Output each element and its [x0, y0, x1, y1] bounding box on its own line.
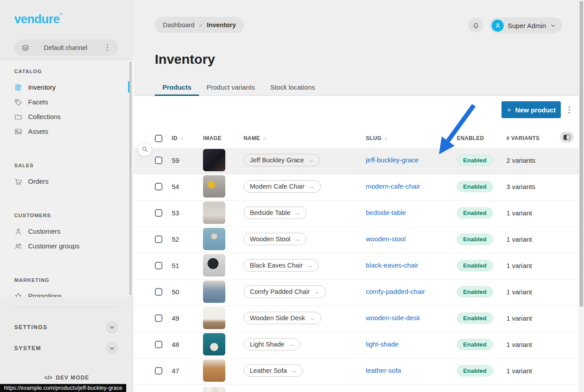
product-name-chip[interactable]: Jeff Buckley Grace→ [244, 154, 320, 166]
product-slug-link[interactable]: light-shade [366, 340, 398, 348]
product-id: 53 [172, 209, 203, 217]
sidebar-scrollbar[interactable] [129, 62, 132, 295]
new-product-button[interactable]: + New product [501, 101, 561, 118]
sidebar-item-promotions[interactable]: Promotions [14, 289, 133, 297]
product-slug-link[interactable]: bedside-table [366, 209, 406, 216]
nav-section-sales: SALESOrders [14, 163, 133, 189]
page-title: Inventory [155, 52, 215, 67]
breadcrumb[interactable]: Dashboard > Inventory [155, 17, 244, 33]
variant-count: 2 variants [506, 157, 579, 164]
sidebar-item-label: Orders [28, 177, 49, 185]
product-name-chip[interactable]: Wooden Side Desk→ [244, 312, 321, 324]
row-checkbox[interactable] [155, 183, 162, 190]
product-thumbnail[interactable] [203, 281, 225, 303]
variant-count: 3 variants [506, 183, 579, 190]
tab-product-variants[interactable]: Product variants [199, 82, 262, 96]
main-scrollbar-track[interactable] [579, 0, 584, 392]
product-slug-link[interactable]: jeff-buckley-grace [366, 156, 418, 164]
tab-products[interactable]: Products [155, 82, 199, 96]
product-name-chip[interactable]: Wooden Stool→ [244, 233, 306, 245]
product-thumbnail[interactable] [203, 254, 225, 276]
product-thumbnail[interactable] [203, 202, 225, 224]
product-thumbnail[interactable] [203, 307, 225, 329]
nav-section-label: CUSTOMERS [14, 213, 133, 218]
sidebar-item-label: Collections [28, 113, 61, 120]
channel-menu-kebab-icon[interactable]: ⋮ [102, 44, 113, 51]
table-row[interactable]: 50Comfy Padded Chair→comfy-padded-chairE… [134, 280, 579, 306]
product-slug-link[interactable]: comfy-padded-chair [366, 288, 425, 295]
product-id: 59 [172, 157, 203, 164]
table-row[interactable]: 53Bedside Table→bedside-tableEnabled1 va… [134, 201, 579, 227]
product-name-chip[interactable]: Comfy Padded Chair→ [244, 285, 326, 298]
sort-icon[interactable]: ↓↑ [263, 136, 265, 141]
row-checkbox[interactable] [155, 367, 162, 375]
column-header-name[interactable]: NAME↓↑ [244, 135, 366, 141]
row-checkbox[interactable] [155, 235, 162, 243]
channel-selector[interactable]: Default channel ⋮ [14, 39, 118, 56]
table-row-partial[interactable] [134, 385, 579, 392]
breadcrumb-current: Inventory [207, 21, 236, 29]
product-slug-link[interactable]: black-eaves-chair [366, 261, 418, 269]
row-checkbox[interactable] [155, 209, 162, 217]
column-settings-button[interactable] [560, 132, 574, 143]
table-row[interactable]: 51Black Eaves Chair→black-eaves-chairEna… [134, 253, 579, 280]
row-checkbox[interactable] [155, 157, 162, 164]
new-product-label: New product [515, 106, 556, 114]
product-name-chip[interactable]: Leather Sofa→ [244, 364, 303, 377]
main-scrollbar-thumb[interactable] [580, 1, 583, 307]
sidebar-item-customers[interactable]: Customers [14, 224, 133, 239]
product-thumbnail[interactable] [203, 149, 225, 171]
product-thumbnail[interactable] [203, 359, 225, 382]
row-checkbox[interactable] [155, 341, 162, 348]
row-checkbox[interactable] [155, 314, 162, 322]
product-name-chip[interactable]: Modern Cafe Chair→ [244, 180, 321, 193]
variant-count: 1 variant [506, 314, 579, 322]
nav-section-label: CATALOG [14, 69, 133, 74]
sort-icon[interactable]: ↓↑ [384, 136, 387, 141]
notifications-button[interactable] [468, 17, 483, 33]
column-header-slug[interactable]: SLUG↓↑ [366, 135, 457, 141]
product-name-chip[interactable]: Light Shade→ [244, 338, 300, 351]
row-checkbox[interactable] [155, 262, 162, 269]
table-row[interactable]: 52Wooden Stool→wooden-stoolEnabled1 vari… [134, 227, 579, 253]
sidebar-item-customer-groups[interactable]: Customer groups [14, 239, 133, 253]
search-button[interactable] [137, 142, 152, 157]
product-thumbnail[interactable] [203, 387, 225, 392]
status-badge: Enabled [457, 181, 493, 192]
table-row[interactable]: 59Jeff Buckley Grace→jeff-buckley-graceE… [134, 148, 579, 174]
chevron-down-icon[interactable] [106, 321, 118, 334]
column-header-id[interactable]: ID↓↑ [172, 135, 203, 141]
select-all-checkbox[interactable] [155, 135, 162, 142]
product-thumbnail[interactable] [203, 333, 225, 355]
user-menu[interactable]: Super Admin [489, 17, 562, 33]
sidebar-item-collections[interactable]: Collections [14, 109, 133, 124]
product-thumbnail[interactable] [203, 175, 225, 198]
arrow-right-icon: → [307, 157, 314, 164]
sidebar-item-facets[interactable]: Facets [14, 95, 133, 109]
product-name-chip[interactable]: Bedside Table→ [244, 206, 306, 219]
product-slug-link[interactable]: modern-cafe-chair [366, 182, 420, 190]
sidebar-group-settings[interactable]: SETTINGS [14, 321, 118, 334]
sidebar-item-inventory[interactable]: Inventory [14, 80, 133, 95]
table-row[interactable]: 48Light Shade→light-shadeEnabled1 varian… [134, 332, 579, 359]
product-thumbnail[interactable] [203, 228, 225, 250]
user-icon [14, 227, 22, 235]
table-row[interactable]: 49Wooden Side Desk→wooden-side-deskEnabl… [134, 306, 579, 332]
breadcrumb-dashboard[interactable]: Dashboard [163, 21, 195, 29]
chevron-down-icon[interactable] [106, 342, 118, 355]
product-slug-link[interactable]: leather-sofa [366, 367, 401, 374]
sidebar-item-orders[interactable]: Orders [14, 174, 133, 189]
sidebar-group-system[interactable]: SYSTEM [14, 342, 118, 355]
product-name-chip[interactable]: Black Eaves Chair→ [244, 259, 319, 272]
table-row[interactable]: 54Modern Cafe Chair→modern-cafe-chairEna… [134, 174, 579, 201]
dev-mode-toggle[interactable]: </> DEV MODE [0, 375, 133, 381]
sort-icon[interactable]: ↓↑ [180, 136, 183, 141]
tab-stock-locations[interactable]: Stock locations [262, 82, 323, 96]
product-slug-link[interactable]: wooden-stool [366, 235, 406, 243]
toolbar-kebab-icon[interactable]: ⋮ [565, 104, 574, 115]
product-slug-link[interactable]: wooden-side-desk [366, 314, 420, 322]
table-row[interactable]: 47Leather Sofa→leather-sofaEnabled1 vari… [134, 359, 579, 385]
tag-icon [14, 98, 22, 106]
sidebar-item-assets[interactable]: Assets [14, 124, 133, 139]
row-checkbox[interactable] [155, 288, 162, 296]
